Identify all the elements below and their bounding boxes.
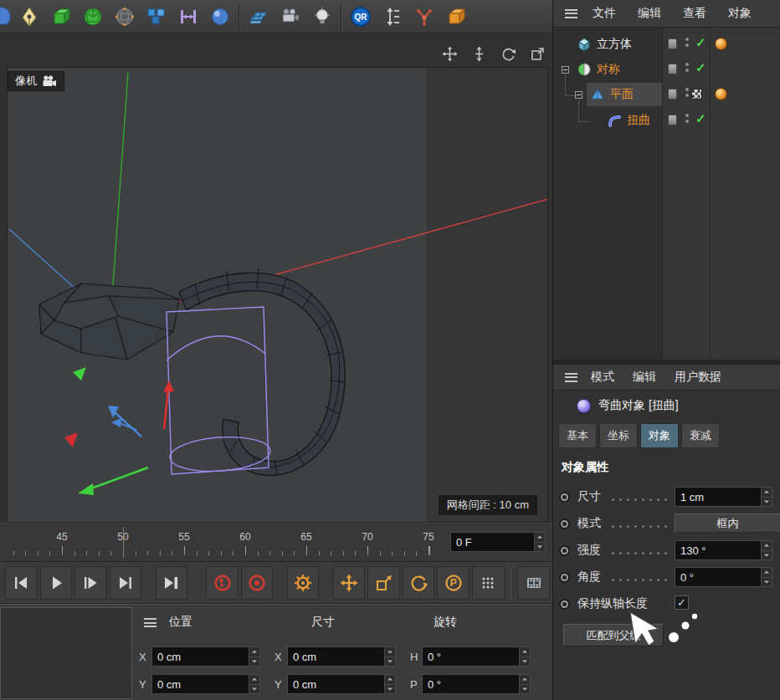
- pos-y-field[interactable]: 0 cm: [151, 674, 260, 694]
- tab-object[interactable]: 对象: [640, 423, 679, 448]
- platonic-solid-icon[interactable]: [77, 2, 109, 32]
- keyframe-circle-icon[interactable]: [561, 493, 568, 501]
- object-label-symmetry[interactable]: 对称: [597, 62, 620, 77]
- keyframe-circle-icon[interactable]: [561, 600, 568, 608]
- coord-system-button[interactable]: P: [437, 566, 470, 600]
- expand-box-symmetry[interactable]: [562, 66, 569, 74]
- size-spinner[interactable]: [761, 488, 772, 506]
- plane-object-icon[interactable]: [590, 87, 605, 102]
- fit-to-parent-button[interactable]: 匹配到父级: [563, 624, 664, 646]
- film-render-button[interactable]: [517, 566, 550, 600]
- rot-p-spinner[interactable]: [519, 675, 530, 693]
- viewport-canvas[interactable]: 像机: [7, 67, 548, 523]
- light-bulb-icon[interactable]: [306, 2, 338, 32]
- rotate-tool-button[interactable]: [403, 566, 435, 600]
- render-qr-icon[interactable]: QR: [345, 2, 377, 32]
- attribute-menu-icon[interactable]: [565, 373, 577, 382]
- material-cube-icon[interactable]: [440, 2, 472, 32]
- size-x-field[interactable]: 0 cm: [287, 646, 396, 667]
- material-manager-empty[interactable]: [0, 607, 132, 699]
- scale-tool-button[interactable]: [367, 566, 400, 600]
- move-tool-button[interactable]: [333, 566, 366, 600]
- play-button[interactable]: [40, 566, 73, 600]
- rot-h-field[interactable]: 0 °: [422, 646, 531, 667]
- strength-value[interactable]: 130 °: [675, 541, 761, 559]
- menu-edit[interactable]: 编辑: [638, 6, 661, 21]
- spline-pen-icon[interactable]: [13, 2, 45, 32]
- camera-icon[interactable]: [275, 2, 306, 32]
- pos-x-field[interactable]: 0 cm: [151, 646, 260, 667]
- rot-h-value[interactable]: 0 °: [423, 647, 519, 666]
- rot-p-value[interactable]: 0 °: [423, 675, 519, 693]
- size-y-spinner[interactable]: [384, 675, 395, 693]
- object-row-plane[interactable]: 平面: [553, 82, 780, 107]
- menu-mode[interactable]: 模式: [591, 370, 614, 385]
- size-x-value[interactable]: 0 cm: [288, 647, 384, 666]
- autokey-button[interactable]: [241, 566, 274, 600]
- editable-mesh-sphere-icon[interactable]: [109, 2, 141, 32]
- tab-coord[interactable]: 坐标: [599, 423, 638, 448]
- menu-view[interactable]: 查看: [683, 6, 706, 21]
- angle-spinner[interactable]: [761, 568, 772, 586]
- object-label-bend[interactable]: 扭曲: [627, 113, 650, 128]
- keyframe-circle-icon[interactable]: [561, 520, 568, 528]
- material-ball-icon[interactable]: [715, 38, 727, 50]
- viewport-maximize-icon[interactable]: [529, 45, 546, 62]
- object-manager-menu-icon[interactable]: [565, 9, 577, 18]
- bend-object-icon[interactable]: [607, 113, 622, 128]
- keep-length-checkbox[interactable]: [675, 595, 689, 610]
- layer-square-icon[interactable]: [668, 115, 677, 125]
- layer-square-icon[interactable]: [668, 64, 677, 74]
- menu-userdata[interactable]: 用户数据: [675, 370, 721, 385]
- cube-object-icon[interactable]: [577, 37, 592, 52]
- size-value[interactable]: 1 cm: [675, 488, 761, 506]
- strength-spinner[interactable]: [761, 541, 772, 559]
- joint-tool-icon[interactable]: [408, 2, 440, 32]
- axis-mode-icon[interactable]: [377, 2, 408, 32]
- object-row-bend[interactable]: 扭曲: [553, 108, 780, 133]
- symmetry-object-icon[interactable]: [577, 62, 592, 77]
- enabled-check-icon[interactable]: [695, 111, 706, 126]
- layer-square-icon[interactable]: [668, 89, 677, 100]
- size-y-value[interactable]: 0 cm: [288, 675, 384, 693]
- keyframe-gear-button[interactable]: [287, 566, 320, 600]
- object-label-plane[interactable]: 平面: [610, 87, 634, 102]
- menu-edit2[interactable]: 编辑: [633, 370, 656, 385]
- size-field[interactable]: 1 cm: [675, 487, 772, 507]
- visibility-dots-icon[interactable]: [685, 38, 689, 47]
- enabled-check-icon[interactable]: [695, 35, 706, 50]
- pos-x-spinner[interactable]: [249, 647, 259, 666]
- menu-object[interactable]: 对象: [728, 6, 752, 21]
- enabled-check-icon[interactable]: [695, 60, 706, 75]
- step-forward-button[interactable]: [74, 566, 107, 600]
- current-frame-value[interactable]: 0 F: [451, 533, 534, 551]
- pos-x-value[interactable]: 0 cm: [152, 647, 249, 666]
- size-x-spinner[interactable]: [384, 647, 395, 666]
- visibility-dots-icon[interactable]: [685, 88, 689, 97]
- clipped-tool-icon[interactable]: [0, 2, 13, 32]
- coords-menu-icon[interactable]: [144, 618, 157, 627]
- object-label-cube[interactable]: 立方体: [597, 37, 632, 52]
- frame-spinner[interactable]: [534, 533, 545, 551]
- strength-field[interactable]: 130 °: [675, 540, 772, 560]
- pos-y-value[interactable]: 0 cm: [152, 675, 249, 693]
- spinner-down-icon[interactable]: [535, 543, 545, 552]
- viewport-dolly-icon[interactable]: [470, 45, 487, 62]
- keyframe-circle-icon[interactable]: [561, 574, 568, 581]
- tab-falloff[interactable]: 衰减: [681, 423, 720, 448]
- goto-end-button[interactable]: [110, 566, 142, 600]
- spinner-up-icon[interactable]: [535, 533, 545, 543]
- layer-square-icon[interactable]: [668, 38, 677, 49]
- soft-sphere-deformer-icon[interactable]: [204, 2, 236, 32]
- viewport-pan-icon[interactable]: [441, 45, 458, 62]
- keyframe-circle-icon[interactable]: [561, 547, 568, 554]
- pos-y-spinner[interactable]: [249, 675, 259, 693]
- snap-guides-icon[interactable]: [172, 2, 204, 32]
- expand-box-plane[interactable]: [575, 91, 582, 99]
- material-ball-icon[interactable]: [715, 88, 727, 100]
- current-frame-field[interactable]: 0 F: [450, 532, 546, 552]
- viewport-orbit-icon[interactable]: [500, 45, 516, 62]
- angle-field[interactable]: 0 °: [675, 567, 772, 587]
- timeline-playhead[interactable]: [123, 527, 124, 558]
- size-y-field[interactable]: 0 cm: [287, 674, 396, 694]
